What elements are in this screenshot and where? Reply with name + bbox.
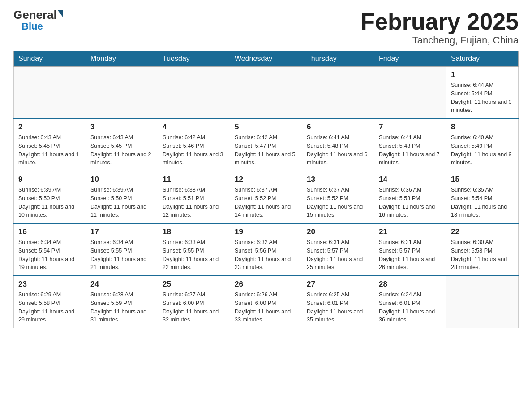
- col-friday: Friday: [374, 51, 446, 67]
- header: General Blue February 2025 Tancheng, Fuj…: [13, 9, 519, 46]
- day-number: 13: [307, 175, 369, 184]
- table-row: 11Sunrise: 6:38 AMSunset: 5:51 PMDayligh…: [158, 171, 230, 223]
- weekday-header-row: Sunday Monday Tuesday Wednesday Thursday…: [14, 51, 519, 67]
- day-info: Sunrise: 6:30 AMSunset: 5:58 PMDaylight:…: [451, 238, 514, 272]
- col-thursday: Thursday: [302, 51, 374, 67]
- table-row: 3Sunrise: 6:43 AMSunset: 5:45 PMDaylight…: [86, 119, 158, 171]
- day-number: 26: [235, 280, 297, 289]
- logo-blue-text: Blue: [21, 21, 43, 32]
- table-row: 1Sunrise: 6:44 AMSunset: 5:44 PMDaylight…: [446, 67, 519, 119]
- table-row: 18Sunrise: 6:33 AMSunset: 5:55 PMDayligh…: [158, 223, 230, 276]
- day-number: 11: [163, 175, 225, 184]
- day-number: 22: [451, 227, 514, 236]
- day-number: 27: [307, 280, 369, 289]
- day-number: 18: [163, 227, 225, 236]
- calendar-week-row: 2Sunrise: 6:43 AMSunset: 5:45 PMDaylight…: [14, 119, 519, 171]
- table-row: 5Sunrise: 6:42 AMSunset: 5:47 PMDaylight…: [230, 119, 302, 171]
- table-row: 23Sunrise: 6:29 AMSunset: 5:58 PMDayligh…: [14, 276, 86, 328]
- day-info: Sunrise: 6:27 AMSunset: 6:00 PMDaylight:…: [163, 291, 225, 324]
- col-wednesday: Wednesday: [230, 51, 302, 67]
- table-row: 4Sunrise: 6:42 AMSunset: 5:46 PMDaylight…: [158, 119, 230, 171]
- day-number: 21: [379, 227, 442, 236]
- day-number: 8: [451, 123, 514, 132]
- day-number: 5: [235, 123, 297, 132]
- logo: General Blue: [13, 9, 63, 32]
- table-row: 15Sunrise: 6:35 AMSunset: 5:54 PMDayligh…: [446, 171, 519, 223]
- day-number: 19: [235, 227, 297, 236]
- table-row: 17Sunrise: 6:34 AMSunset: 5:55 PMDayligh…: [86, 223, 158, 276]
- table-row: [158, 67, 230, 119]
- table-row: 27Sunrise: 6:25 AMSunset: 6:01 PMDayligh…: [302, 276, 374, 328]
- day-info: Sunrise: 6:44 AMSunset: 5:44 PMDaylight:…: [451, 81, 514, 115]
- table-row: [14, 67, 86, 119]
- day-info: Sunrise: 6:42 AMSunset: 5:47 PMDaylight:…: [235, 133, 297, 167]
- day-info: Sunrise: 6:25 AMSunset: 6:01 PMDaylight:…: [307, 291, 369, 324]
- table-row: 9Sunrise: 6:39 AMSunset: 5:50 PMDaylight…: [14, 171, 86, 223]
- col-sunday: Sunday: [14, 51, 86, 67]
- day-info: Sunrise: 6:35 AMSunset: 5:54 PMDaylight:…: [451, 186, 514, 219]
- day-number: 23: [18, 280, 81, 289]
- table-row: 28Sunrise: 6:24 AMSunset: 6:01 PMDayligh…: [374, 276, 446, 328]
- day-info: Sunrise: 6:32 AMSunset: 5:56 PMDaylight:…: [235, 238, 297, 272]
- day-info: Sunrise: 6:28 AMSunset: 5:59 PMDaylight:…: [90, 291, 153, 324]
- day-info: Sunrise: 6:39 AMSunset: 5:50 PMDaylight:…: [90, 186, 153, 219]
- title-block: February 2025 Tancheng, Fujian, China: [360, 9, 519, 46]
- day-number: 20: [307, 227, 369, 236]
- day-info: Sunrise: 6:40 AMSunset: 5:49 PMDaylight:…: [451, 133, 514, 167]
- col-saturday: Saturday: [446, 51, 519, 67]
- table-row: 20Sunrise: 6:31 AMSunset: 5:57 PMDayligh…: [302, 223, 374, 276]
- day-number: 7: [379, 123, 442, 132]
- calendar-week-row: 23Sunrise: 6:29 AMSunset: 5:58 PMDayligh…: [14, 276, 519, 328]
- day-number: 16: [18, 227, 81, 236]
- day-number: 24: [90, 280, 153, 289]
- table-row: 10Sunrise: 6:39 AMSunset: 5:50 PMDayligh…: [86, 171, 158, 223]
- day-number: 2: [18, 123, 81, 132]
- table-row: 19Sunrise: 6:32 AMSunset: 5:56 PMDayligh…: [230, 223, 302, 276]
- col-monday: Monday: [86, 51, 158, 67]
- table-row: 12Sunrise: 6:37 AMSunset: 5:52 PMDayligh…: [230, 171, 302, 223]
- day-info: Sunrise: 6:37 AMSunset: 5:52 PMDaylight:…: [235, 186, 297, 219]
- day-info: Sunrise: 6:37 AMSunset: 5:52 PMDaylight:…: [307, 186, 369, 219]
- table-row: 16Sunrise: 6:34 AMSunset: 5:54 PMDayligh…: [14, 223, 86, 276]
- day-info: Sunrise: 6:33 AMSunset: 5:55 PMDaylight:…: [163, 238, 225, 272]
- table-row: 24Sunrise: 6:28 AMSunset: 5:59 PMDayligh…: [86, 276, 158, 328]
- day-info: Sunrise: 6:41 AMSunset: 5:48 PMDaylight:…: [307, 133, 369, 167]
- table-row: 14Sunrise: 6:36 AMSunset: 5:53 PMDayligh…: [374, 171, 446, 223]
- table-row: 21Sunrise: 6:31 AMSunset: 5:57 PMDayligh…: [374, 223, 446, 276]
- calendar-title: February 2025: [360, 9, 519, 34]
- table-row: [446, 276, 519, 328]
- day-info: Sunrise: 6:41 AMSunset: 5:48 PMDaylight:…: [379, 133, 442, 167]
- calendar-week-row: 9Sunrise: 6:39 AMSunset: 5:50 PMDaylight…: [14, 171, 519, 223]
- table-row: [302, 67, 374, 119]
- day-info: Sunrise: 6:43 AMSunset: 5:45 PMDaylight:…: [90, 133, 153, 167]
- day-info: Sunrise: 6:39 AMSunset: 5:50 PMDaylight:…: [18, 186, 81, 219]
- day-info: Sunrise: 6:26 AMSunset: 6:00 PMDaylight:…: [235, 291, 297, 324]
- day-info: Sunrise: 6:38 AMSunset: 5:51 PMDaylight:…: [163, 186, 225, 219]
- day-number: 25: [163, 280, 225, 289]
- table-row: [374, 67, 446, 119]
- day-info: Sunrise: 6:34 AMSunset: 5:54 PMDaylight:…: [18, 238, 81, 272]
- day-number: 17: [90, 227, 153, 236]
- table-row: 7Sunrise: 6:41 AMSunset: 5:48 PMDaylight…: [374, 119, 446, 171]
- calendar-table: Sunday Monday Tuesday Wednesday Thursday…: [13, 51, 519, 328]
- day-number: 4: [163, 123, 225, 132]
- day-info: Sunrise: 6:31 AMSunset: 5:57 PMDaylight:…: [307, 238, 369, 272]
- table-row: 22Sunrise: 6:30 AMSunset: 5:58 PMDayligh…: [446, 223, 519, 276]
- day-info: Sunrise: 6:31 AMSunset: 5:57 PMDaylight:…: [379, 238, 442, 272]
- day-info: Sunrise: 6:24 AMSunset: 6:01 PMDaylight:…: [379, 291, 442, 324]
- day-number: 15: [451, 175, 514, 184]
- day-number: 6: [307, 123, 369, 132]
- day-info: Sunrise: 6:42 AMSunset: 5:46 PMDaylight:…: [163, 133, 225, 167]
- calendar-week-row: 1Sunrise: 6:44 AMSunset: 5:44 PMDaylight…: [14, 67, 519, 119]
- logo-general-text: General: [13, 9, 57, 21]
- day-number: 3: [90, 123, 153, 132]
- day-info: Sunrise: 6:29 AMSunset: 5:58 PMDaylight:…: [18, 291, 81, 324]
- table-row: 2Sunrise: 6:43 AMSunset: 5:45 PMDaylight…: [14, 119, 86, 171]
- day-number: 9: [18, 175, 81, 184]
- day-number: 12: [235, 175, 297, 184]
- day-number: 1: [451, 70, 514, 79]
- day-number: 14: [379, 175, 442, 184]
- table-row: 26Sunrise: 6:26 AMSunset: 6:00 PMDayligh…: [230, 276, 302, 328]
- calendar-week-row: 16Sunrise: 6:34 AMSunset: 5:54 PMDayligh…: [14, 223, 519, 276]
- logo-arrow-icon: [58, 10, 63, 17]
